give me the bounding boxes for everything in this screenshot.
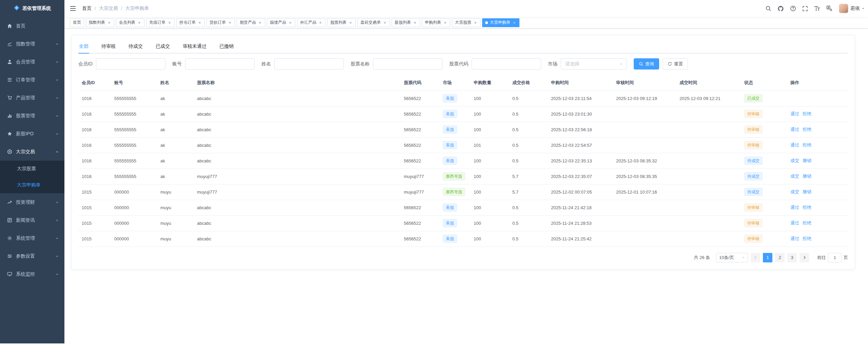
close-icon[interactable] bbox=[413, 21, 417, 25]
page-size-select[interactable]: 10条/页 bbox=[716, 253, 748, 262]
close-icon[interactable] bbox=[349, 21, 353, 25]
tags-view-item-position-orders[interactable]: 持仓订单 bbox=[176, 18, 205, 27]
breadcrumb-item[interactable]: 首页 bbox=[82, 5, 92, 12]
hamburger-icon[interactable] bbox=[64, 0, 81, 17]
search-button[interactable]: 查询 bbox=[634, 58, 659, 70]
tags-view-item-forex-products[interactable]: 外汇产品 bbox=[297, 18, 326, 27]
close-icon[interactable] bbox=[167, 21, 172, 25]
action-approve[interactable]: 通过 bbox=[790, 127, 799, 132]
tab-all[interactable]: 全部 bbox=[78, 40, 89, 53]
action-deal[interactable]: 成交 bbox=[790, 189, 799, 194]
action-reject[interactable]: 拒绝 bbox=[803, 142, 811, 147]
action-cancel[interactable]: 撤销 bbox=[803, 158, 811, 163]
close-icon[interactable] bbox=[198, 21, 202, 25]
tab-audit-failed[interactable]: 审核未通过 bbox=[182, 40, 207, 53]
tags-view-item-premarket-orders[interactable]: 盘前交易单 bbox=[357, 18, 390, 27]
page-goto-input[interactable] bbox=[828, 253, 842, 262]
tab-pending-audit[interactable]: 待审核 bbox=[101, 40, 116, 53]
action-reject[interactable]: 拒绝 bbox=[803, 111, 811, 116]
sidebar-item-member-mgmt[interactable]: 会员管理 bbox=[0, 53, 64, 71]
sidebar-item-stock-mgmt[interactable]: 股票管理 bbox=[0, 107, 64, 125]
tags-view-item-futures-products[interactable]: 期货产品 bbox=[237, 18, 265, 27]
cell-status: 待审核 bbox=[741, 215, 787, 231]
tab-dealt[interactable]: 已成交 bbox=[155, 40, 171, 53]
page-button-1[interactable]: 1 bbox=[763, 253, 772, 262]
close-icon[interactable] bbox=[512, 21, 516, 25]
action-deal[interactable]: 成交 bbox=[790, 174, 799, 179]
fullscreen-icon[interactable] bbox=[799, 0, 811, 17]
font-size-icon[interactable] bbox=[811, 0, 823, 17]
tags-view-item-stock-list[interactable]: 股票列表 bbox=[327, 18, 356, 27]
sidebar-item-new-stock-ipo[interactable]: 新股IPO bbox=[0, 125, 64, 143]
stock-name-input[interactable] bbox=[373, 58, 442, 70]
action-approve[interactable]: 通过 bbox=[790, 111, 799, 116]
account-input[interactable] bbox=[185, 58, 255, 70]
close-icon[interactable] bbox=[258, 21, 262, 25]
action-deal[interactable]: 成交 bbox=[790, 158, 799, 163]
question-icon[interactable] bbox=[787, 0, 799, 17]
action-approve[interactable]: 通过 bbox=[790, 142, 799, 147]
username[interactable]: 若依 bbox=[850, 5, 860, 12]
close-icon[interactable] bbox=[443, 21, 447, 25]
close-icon[interactable] bbox=[288, 21, 292, 25]
market-select[interactable]: 请选择 bbox=[561, 58, 627, 70]
name-input[interactable] bbox=[274, 58, 344, 70]
github-icon[interactable] bbox=[774, 0, 787, 17]
sidebar-item-investment[interactable]: 投资理财 bbox=[0, 193, 64, 211]
prev-page-button[interactable] bbox=[751, 253, 760, 262]
sidebar-item-index-mgmt[interactable]: 指数管理 bbox=[0, 35, 64, 53]
action-cancel[interactable]: 撤销 bbox=[803, 174, 811, 179]
page-button-3[interactable]: 3 bbox=[787, 253, 797, 262]
language-icon[interactable] bbox=[823, 0, 835, 17]
action-reject[interactable]: 拒绝 bbox=[803, 236, 811, 241]
reset-button[interactable]: 重置 bbox=[663, 58, 688, 70]
tab-cancelled[interactable]: 已撤销 bbox=[219, 40, 234, 53]
sidebar-item-home[interactable]: 首页 bbox=[0, 17, 64, 35]
tags-view-item-recharge-orders[interactable]: 充值订单 bbox=[146, 18, 175, 27]
column-header: 成交价格 bbox=[509, 75, 548, 91]
tags-view-item-block-purchase-order[interactable]: 大宗申购单 bbox=[482, 18, 519, 27]
page-button-2[interactable]: 2 bbox=[775, 253, 785, 262]
sidebar-item-param-settings[interactable]: 参数设置 bbox=[0, 247, 64, 265]
tags-view-item-new-stock-list[interactable]: 新股列表 bbox=[392, 18, 420, 27]
app-logo[interactable]: 若依管理系统 bbox=[0, 0, 64, 17]
action-approve[interactable]: 通过 bbox=[790, 220, 799, 225]
market-tag: 美股 bbox=[443, 125, 457, 134]
stock-code-input[interactable] bbox=[472, 58, 541, 70]
tags-view-item-bond-products[interactable]: 国债产品 bbox=[267, 18, 295, 27]
action-cancel[interactable]: 撤销 bbox=[803, 189, 811, 194]
action-reject[interactable]: 拒绝 bbox=[803, 127, 811, 132]
close-icon[interactable] bbox=[107, 21, 111, 25]
tags-view-item-purchase-list[interactable]: 申购列表 bbox=[422, 18, 450, 27]
tags-view-item-block-stock[interactable]: 大宗股票 bbox=[452, 18, 480, 27]
close-icon[interactable] bbox=[228, 21, 232, 25]
tab-pending-deal[interactable]: 待成交 bbox=[128, 40, 143, 53]
next-page-button[interactable] bbox=[800, 253, 809, 262]
sidebar-item-order-mgmt[interactable]: 订单管理 bbox=[0, 71, 64, 89]
tag-label: 新股列表 bbox=[395, 20, 411, 25]
cell-account: 555555555 bbox=[111, 122, 157, 137]
sidebar-subitem-block-purchase-order[interactable]: 大宗申购单 bbox=[0, 177, 64, 193]
tags-view-item-loan-orders[interactable]: 贷款订单 bbox=[206, 18, 235, 27]
action-approve[interactable]: 通过 bbox=[790, 205, 799, 210]
sidebar-item-news[interactable]: 新闻资讯 bbox=[0, 211, 64, 229]
sidebar-item-block-trade[interactable]: 大宗交易 bbox=[0, 143, 64, 161]
tags-view-item-home[interactable]: 首页 bbox=[70, 18, 84, 27]
action-approve[interactable]: 通过 bbox=[790, 236, 799, 241]
action-reject[interactable]: 拒绝 bbox=[803, 220, 811, 225]
sidebar-item-product-mgmt[interactable]: 产品管理 bbox=[0, 89, 64, 107]
close-icon[interactable] bbox=[473, 21, 477, 25]
tags-view-item-index-list[interactable]: 指数列表 bbox=[86, 18, 114, 27]
close-icon[interactable] bbox=[318, 21, 322, 25]
avatar[interactable] bbox=[839, 4, 848, 13]
close-icon[interactable] bbox=[137, 21, 141, 25]
cell-audit-time bbox=[613, 106, 676, 122]
close-icon[interactable] bbox=[383, 21, 387, 25]
tags-view-item-member-list[interactable]: 会员列表 bbox=[116, 18, 144, 27]
sidebar-item-system-monitor[interactable]: 系统监控 bbox=[0, 265, 64, 283]
sidebar-item-system-mgmt[interactable]: 系统管理 bbox=[0, 229, 64, 247]
member-id-input[interactable] bbox=[96, 58, 165, 70]
sidebar-subitem-block-stock[interactable]: 大宗股票 bbox=[0, 161, 64, 177]
action-reject[interactable]: 拒绝 bbox=[803, 205, 811, 210]
search-icon[interactable] bbox=[762, 0, 774, 17]
